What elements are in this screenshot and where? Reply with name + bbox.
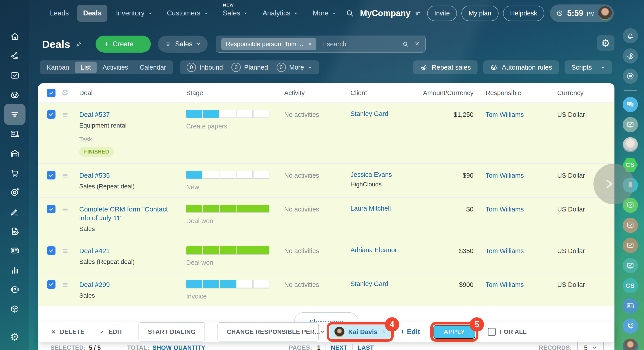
nav-item-analytics[interactable]: Analytics [257, 5, 304, 22]
drag-handle-icon[interactable] [61, 172, 69, 180]
marketing-target-icon[interactable] [8, 185, 22, 199]
column-header-amount[interactable]: Amount/Currency [420, 89, 474, 97]
stage-segment[interactable] [186, 280, 202, 288]
stage-segment[interactable] [236, 246, 253, 254]
messenger-icon[interactable] [623, 68, 638, 84]
search-icon[interactable] [345, 9, 354, 18]
deal-title-link[interactable]: Deal #299 [79, 280, 110, 289]
settings-icon[interactable]: ⚙ [8, 330, 22, 344]
helpdesk-button[interactable]: Helpdesk [503, 6, 544, 21]
drag-handle-icon[interactable] [61, 281, 69, 289]
stage-segment[interactable] [236, 171, 253, 178]
deal-title-link[interactable]: Deal #421 [79, 246, 110, 255]
stage-segment[interactable] [236, 205, 253, 212]
scripts-button[interactable]: Scripts [564, 60, 612, 74]
edit-button[interactable]: EDIT [99, 328, 123, 336]
tasks-icon[interactable] [8, 68, 22, 82]
show-quantity-link[interactable]: SHOW QUANTITY [152, 344, 206, 350]
filter-search-bar[interactable]: Responsible person: Tom ... + search [216, 36, 426, 52]
crm-icon[interactable] [4, 104, 26, 125]
stage-segment[interactable] [236, 110, 253, 118]
column-header-responsible[interactable]: Responsible [474, 89, 546, 97]
copilot-cat-avatar[interactable] [623, 137, 638, 152]
funnel-selector[interactable]: Sales [158, 36, 208, 52]
stage-segment[interactable] [203, 110, 219, 118]
user-avatar[interactable] [623, 338, 638, 350]
stage-progress-bar[interactable] [186, 171, 270, 178]
nav-item-more[interactable]: More [307, 5, 342, 22]
collaboration-icon[interactable] [8, 49, 22, 63]
stage-progress-bar[interactable] [186, 205, 270, 212]
tab-activities[interactable]: Activities [97, 62, 134, 74]
for-all-checkbox[interactable]: FOR ALL [488, 328, 526, 336]
notifications-bell-icon[interactable] [623, 28, 638, 44]
client-link[interactable]: Stanley Gard [350, 280, 388, 287]
stage-segment[interactable] [186, 171, 202, 178]
contacts-card-icon[interactable] [623, 298, 638, 314]
responsible-link[interactable]: Tom Williams [486, 172, 524, 179]
last-page-link[interactable]: LAST [358, 344, 374, 350]
responsible-link[interactable]: Tom Williams [486, 111, 524, 118]
chat-icon[interactable] [623, 97, 638, 112]
stage-segment[interactable] [203, 246, 219, 254]
tablet-check-brown-icon[interactable] [623, 218, 638, 233]
column-settings-gear-icon[interactable]: ⚙ [61, 88, 79, 98]
client-link[interactable]: Adriana Eleanor [350, 246, 397, 254]
close-icon[interactable] [308, 42, 312, 46]
tab-list[interactable]: List [75, 62, 97, 74]
responsible-link[interactable]: Tom Williams [486, 206, 524, 213]
row-checkbox[interactable] [47, 110, 56, 118]
deal-title-link[interactable]: Deal #535 [79, 171, 110, 180]
stage-segment[interactable] [203, 280, 219, 288]
tablet-check-teal-icon[interactable] [623, 258, 638, 273]
delete-button[interactable]: DELETE [50, 328, 84, 336]
repeat-sales-button[interactable]: Repeat sales [413, 60, 478, 74]
view-settings-gear-icon[interactable]: ⚙ [597, 35, 614, 50]
stage-progress-bar[interactable] [186, 110, 270, 118]
counter-inbound[interactable]: 0Inbound [186, 63, 223, 72]
tasks-check-icon[interactable] [623, 117, 638, 132]
repeat-sales-icon[interactable] [623, 48, 638, 64]
deal-title-link[interactable]: Deal #537 [79, 110, 110, 119]
remove-assignee-icon[interactable] [381, 330, 386, 334]
stage-progress-bar[interactable] [186, 246, 270, 254]
tab-kanban[interactable]: Kanban [41, 62, 75, 74]
client-link[interactable]: Jessica Evans [350, 171, 392, 178]
create-button[interactable]: Create [96, 36, 151, 52]
stage-segment[interactable] [220, 205, 236, 212]
drag-handle-icon[interactable] [61, 111, 69, 118]
home-icon[interactable] [8, 30, 22, 44]
row-checkbox[interactable] [47, 246, 56, 255]
drag-handle-icon[interactable] [61, 206, 69, 213]
client-link[interactable]: Laura Mitchell [350, 205, 391, 212]
stage-segment[interactable] [236, 280, 253, 288]
next-page-link[interactable]: NEXT [331, 344, 347, 350]
tablet-check-brown2-icon[interactable] [623, 238, 638, 253]
apply-button[interactable]: APPLY [434, 325, 475, 338]
row-checkbox[interactable] [47, 280, 56, 289]
responsible-link[interactable]: Tom Williams [486, 247, 524, 254]
phone-icon[interactable] [623, 318, 638, 334]
chevron-down-icon[interactable] [600, 65, 605, 70]
stage-segment[interactable] [220, 171, 236, 178]
start-dialing-button[interactable]: START DIALING [138, 322, 205, 342]
assignee-chip[interactable]: Kai Davis [330, 325, 390, 338]
add-edit-link[interactable]: Edit [400, 328, 420, 336]
stage-segment[interactable] [186, 246, 202, 254]
telephony-icon[interactable] [8, 283, 22, 296]
inventory-box-icon[interactable] [8, 302, 22, 316]
stage-segment[interactable] [253, 205, 270, 212]
contact-card-icon[interactable] [8, 244, 22, 258]
stage-segment[interactable] [220, 246, 236, 254]
table-row[interactable]: Deal #421 Sales (Repeat deal) Deal won N… [38, 239, 614, 272]
pin-icon[interactable] [74, 40, 82, 48]
column-header-activity[interactable]: Activity [284, 89, 350, 97]
stage-segment[interactable] [220, 280, 236, 288]
drag-handle-icon[interactable] [61, 247, 69, 255]
nav-item-customers[interactable]: Customers [161, 5, 214, 22]
table-row[interactable]: Complete CRM form "Contact info of July … [38, 197, 614, 239]
deal-title-link[interactable]: Complete CRM form "Contact info of July … [79, 205, 178, 222]
search-icon[interactable] [402, 41, 409, 48]
stage-segment[interactable] [186, 205, 202, 212]
invite-button[interactable]: Invite [427, 6, 457, 21]
